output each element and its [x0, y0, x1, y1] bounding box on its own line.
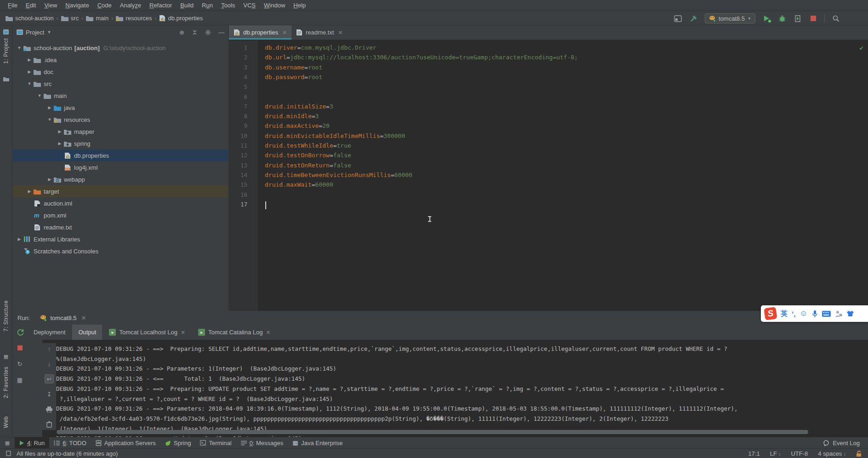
- tree-row-mapper[interactable]: ▶mapper: [13, 126, 228, 137]
- tree-row-target[interactable]: ▶target: [13, 185, 228, 197]
- breadcrumb-item[interactable]: db.properties: [159, 15, 203, 22]
- toolwindow-button-6-todo[interactable]: 6: TODO: [49, 437, 91, 449]
- close-icon[interactable]: ✕: [338, 29, 343, 36]
- ime-punctuation-toggle[interactable]: ’,: [792, 310, 795, 318]
- breadcrumb-item[interactable]: main: [86, 15, 108, 22]
- run-tab-tomcat-localhost-log[interactable]: ▸Tomcat Localhost Log✕: [103, 325, 191, 340]
- toolwindow-switcher-icon[interactable]: ▦: [4, 439, 11, 447]
- tree-row-java[interactable]: ▶java: [13, 102, 228, 114]
- breadcrumb-item[interactable]: resources: [116, 15, 152, 22]
- sidebar-tab-web[interactable]: Web: [3, 416, 9, 428]
- menu-item-refactor[interactable]: Refactor: [145, 0, 176, 10]
- console-output[interactable]: DEBUG 2021-07-10 09:31:26 - ==> Preparin…: [42, 340, 868, 437]
- tree-chevron-open-icon[interactable]: ▼: [36, 93, 43, 98]
- keyboard-icon[interactable]: [822, 311, 831, 317]
- profile-icon[interactable]: 11: [835, 310, 842, 317]
- close-icon[interactable]: ✕: [81, 315, 86, 321]
- menu-item-tools[interactable]: Tools: [217, 0, 239, 10]
- microphone-icon[interactable]: [812, 310, 818, 318]
- scroll-to-end-icon[interactable]: ↧: [45, 389, 54, 399]
- stop-server-icon[interactable]: [15, 343, 24, 352]
- menu-item-file[interactable]: File: [4, 0, 22, 10]
- breadcrumb[interactable]: school-auction›src›main›resources›db.pro…: [0, 15, 203, 22]
- lock-icon[interactable]: [856, 451, 862, 457]
- event-log-button[interactable]: Event Log: [823, 440, 868, 447]
- tree-row-external-libraries[interactable]: ▶External Libraries: [13, 233, 228, 245]
- build-hammer-icon[interactable]: [689, 14, 698, 23]
- toolwindow-button-4-run[interactable]: 4: Run: [15, 437, 49, 449]
- run-tab-deployment[interactable]: Deployment: [28, 325, 71, 340]
- indent-select[interactable]: 4 spaces ↕: [818, 450, 846, 457]
- toolwindow-button-spring[interactable]: Spring: [160, 437, 196, 449]
- menu-item-edit[interactable]: Edit: [22, 0, 40, 10]
- close-icon[interactable]: ✕: [266, 329, 270, 336]
- menu-item-analyze[interactable]: Analyze: [116, 0, 145, 10]
- menu-item-build[interactable]: Build: [176, 0, 198, 10]
- hide-icon[interactable]: —: [218, 29, 224, 36]
- soft-wrap-icon[interactable]: ↩: [45, 374, 54, 384]
- run-tab-tomcat-catalina-log[interactable]: ▸Tomcat Catalina Log✕: [192, 325, 277, 340]
- gear-icon[interactable]: [205, 29, 211, 35]
- down-stack-icon[interactable]: ↓: [45, 359, 54, 368]
- editor-tab-readme-txt[interactable]: readme.txt✕: [291, 25, 347, 40]
- print-icon[interactable]: [45, 405, 54, 414]
- tree-chevron-closed-icon[interactable]: ▶: [26, 57, 33, 62]
- encoding-select[interactable]: UTF-8: [791, 450, 808, 457]
- sidebar-tab-structure[interactable]: 7: Structure: [3, 300, 9, 332]
- tree-row-resources[interactable]: ▼resources: [13, 114, 228, 126]
- toolwindow-button-application-servers[interactable]: Application Servers: [91, 437, 160, 449]
- sogou-ime-bar[interactable]: S 英 ’, ☺ 11: [761, 305, 868, 322]
- sogou-logo-icon[interactable]: S: [764, 307, 777, 320]
- toolwindow-button-0-messages[interactable]: 0: Messages: [236, 437, 288, 449]
- breadcrumb-item[interactable]: school-auction: [6, 15, 54, 22]
- tree-chevron-open-icon[interactable]: ▼: [26, 81, 33, 86]
- close-icon[interactable]: ✕: [181, 329, 185, 336]
- menu-item-view[interactable]: View: [40, 0, 61, 10]
- tree-row-scratches-and-consoles[interactable]: Scratches and Consoles: [13, 245, 228, 257]
- dashboard-icon[interactable]: ▦: [15, 375, 24, 384]
- tree-chevron-open-icon[interactable]: ▼: [16, 46, 23, 50]
- tree-row-log4j-xml[interactable]: <>log4j.xml: [13, 161, 228, 173]
- emoji-icon[interactable]: ☺: [799, 309, 807, 318]
- run-tab-tomcat[interactable]: tomcat8.5 ✕: [40, 315, 86, 321]
- ime-language-toggle[interactable]: 英: [781, 309, 788, 318]
- skin-icon[interactable]: [846, 310, 854, 317]
- tree-row-db-properties[interactable]: db.properties: [13, 149, 228, 161]
- sidebar-tab-favorites[interactable]: 2: Favorites: [3, 366, 9, 398]
- run-tab-output[interactable]: Output: [72, 325, 102, 340]
- run-button[interactable]: [762, 14, 771, 23]
- toolwindow-button-java-enterprise[interactable]: EEJava Enterprise: [288, 437, 347, 449]
- tree-chevron-closed-icon[interactable]: ▶: [56, 141, 63, 146]
- tool-window-layout-icon[interactable]: [674, 14, 683, 23]
- locate-icon[interactable]: ⊕: [179, 29, 184, 36]
- search-icon[interactable]: [831, 14, 840, 23]
- tree-chevron-closed-icon[interactable]: ▶: [46, 177, 53, 182]
- tree-row--idea[interactable]: ▶.idea: [13, 54, 228, 66]
- editor[interactable]: db.properties✕readme.txt✕ 1db.driver=com…: [229, 25, 868, 311]
- clear-all-icon[interactable]: [45, 420, 54, 429]
- tree-row-main[interactable]: ▼main: [13, 90, 228, 102]
- close-icon[interactable]: ✕: [282, 29, 287, 36]
- sidebar-tab-project[interactable]: 1: Project: [3, 38, 9, 64]
- tree-chevron-closed-icon[interactable]: ▶: [16, 237, 23, 241]
- line-ending-select[interactable]: LF ↕: [770, 450, 781, 457]
- tree-row-pom-xml[interactable]: mpom.xml: [13, 209, 228, 221]
- stop-button[interactable]: [809, 14, 818, 23]
- coverage-button[interactable]: [793, 14, 802, 23]
- tree-chevron-closed-icon[interactable]: ▶: [26, 189, 33, 194]
- rerun-server-icon[interactable]: [16, 328, 25, 337]
- toolwindow-button-terminal[interactable]: Terminal: [195, 437, 236, 449]
- up-stack-icon[interactable]: ↑: [45, 344, 54, 353]
- breadcrumb-item[interactable]: src: [61, 15, 79, 22]
- tree-row-src[interactable]: ▼src: [13, 78, 228, 90]
- tree-row-doc[interactable]: ▶doc: [13, 66, 228, 78]
- menu-item-run[interactable]: Run: [198, 0, 217, 10]
- tree-row-auction-iml[interactable]: auction.iml: [13, 197, 228, 209]
- menu-item-vcs[interactable]: VCS: [239, 0, 260, 10]
- grid-icon[interactable]: ▦: [2, 353, 10, 360]
- tree-row-readme-txt[interactable]: readme.txt: [13, 221, 228, 233]
- collapse-all-icon[interactable]: [192, 29, 198, 35]
- project-header[interactable]: Project ▼ ⊕ —: [13, 25, 228, 39]
- tree-row-school-auction[interactable]: ▼school-auction[auction]G:\study\school-…: [13, 42, 228, 54]
- horizontal-scrollbar[interactable]: [57, 430, 808, 434]
